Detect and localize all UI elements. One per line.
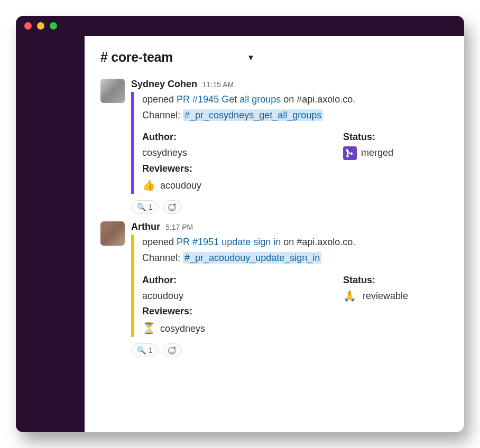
window-maximize-button[interactable] [50,22,57,30]
window-titlebar [16,16,464,36]
svg-point-0 [169,204,176,211]
magnifier-icon: 🔍 [137,346,146,354]
message-attachment: opened PR #1951 update sign in on #api.a… [131,235,448,337]
svg-point-3 [169,347,176,354]
reaction-pill[interactable]: 🔍 1 [131,343,159,357]
opened-suffix: on #api.axolo.co. [281,94,355,105]
message-author[interactable]: Arthur [131,221,160,232]
reviewers-label: Reviewers: [142,161,343,177]
message-author[interactable]: Sydney Cohen [131,79,197,90]
reaction-count: 1 [149,346,153,354]
avatar[interactable] [100,79,125,103]
pray-icon: 🙏 [343,290,356,302]
channel-label: Channel: [142,253,183,263]
status-text: reviewable [363,288,408,304]
reactions-bar: 🔍 1 [131,200,448,214]
opened-prefix: opened [142,237,177,247]
sidebar [16,36,85,432]
chevron-down-icon[interactable]: ▼ [247,53,255,62]
opened-prefix: opened [142,94,177,105]
author-value: acoudouy [142,288,343,304]
channel-header[interactable]: # core-team ▼ [100,50,448,65]
reaction-pill[interactable]: 🔍 1 [131,200,159,214]
slack-window: # core-team ▼ Sydney Cohen 11:15 AM open… [16,16,464,432]
message-time: 11:15 AM [202,80,234,89]
reviewers-label: Reviewers: [142,304,343,320]
reactions-bar: 🔍 1 [131,343,448,357]
message: Sydney Cohen 11:15 AM opened PR #1945 Ge… [100,79,448,214]
thumbs-up-icon: 👍 [142,176,155,194]
status-label: Status: [343,129,448,145]
pr-link[interactable]: PR #1951 update sign in [177,237,281,247]
channel-name: # core-team [100,50,173,65]
opened-suffix: on #api.axolo.co. [281,237,355,247]
add-reaction-button[interactable] [163,343,182,357]
window-minimize-button[interactable] [37,22,44,30]
main-content: # core-team ▼ Sydney Cohen 11:15 AM open… [85,36,464,432]
channel-link[interactable]: #_pr_acoudouy_update_sign_in [183,252,321,264]
reviewer-name: acoudouy [158,180,201,191]
reviewer-name: cosydneys [158,323,205,334]
channel-label: Channel: [142,110,183,120]
git-merge-icon [343,146,357,160]
pr-link[interactable]: PR #1945 Get all groups [177,94,281,105]
reaction-count: 1 [149,203,153,211]
svg-point-4 [170,350,171,350]
svg-point-1 [170,207,171,207]
svg-point-2 [173,207,173,207]
author-label: Author: [142,129,343,145]
avatar[interactable] [100,221,125,246]
message-attachment: opened PR #1945 Get all groups on #api.a… [131,92,448,194]
hourglass-icon: ⏳ [142,320,155,337]
status-label: Status: [343,273,448,288]
add-reaction-button[interactable] [163,200,182,214]
window-body: # core-team ▼ Sydney Cohen 11:15 AM open… [16,36,464,432]
message-time: 5:17 PM [165,223,193,231]
message: Arthur 5:17 PM opened PR #1951 update si… [100,221,448,357]
svg-point-5 [173,350,173,350]
window-close-button[interactable] [24,22,32,30]
channel-link[interactable]: #_pr_cosydneys_get_all_groups [183,109,323,121]
magnifier-icon: 🔍 [137,203,146,211]
author-label: Author: [142,273,343,288]
status-text: merged [361,145,393,161]
author-value: cosydneys [142,145,343,161]
